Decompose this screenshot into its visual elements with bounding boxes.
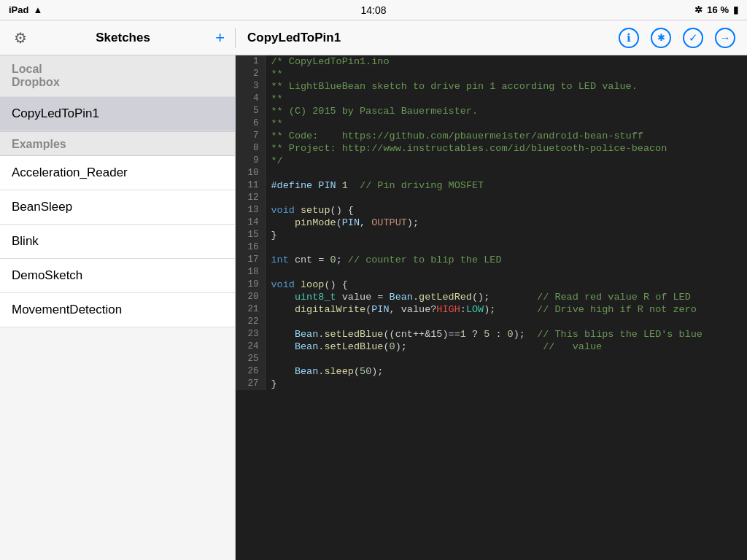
- line-number: 6: [236, 117, 265, 130]
- line-number: 19: [236, 279, 265, 291]
- code-line: 1/* CopyLedToPin1.ino: [236, 55, 747, 68]
- line-content: [265, 192, 747, 204]
- gear-button[interactable]: ⚙: [10, 28, 31, 48]
- example-name: Acceleration_Reader: [12, 166, 128, 179]
- line-content: int cnt = 0; // counter to blip the LED: [265, 254, 747, 266]
- carrier-label: iPad: [9, 4, 28, 15]
- code-line: 5** (C) 2015 by Pascal Bauermeister.: [236, 105, 747, 117]
- sketch-name: CopyLedToPin1: [12, 106, 99, 120]
- code-line: 21 digitalWrite(PIN, value?HIGH:LOW); //…: [236, 303, 747, 316]
- line-content: ** Project: http://www.instructables.com…: [265, 142, 747, 155]
- line-number: 4: [236, 93, 265, 105]
- line-content: void setup() {: [265, 204, 747, 217]
- code-line: 25: [236, 353, 747, 365]
- local-dropbox-label: LocalDropbox: [12, 63, 60, 88]
- code-line: 7** Code: https://github.com/pbauermeist…: [236, 130, 747, 142]
- line-number: 9: [236, 155, 265, 167]
- line-number: 15: [236, 229, 265, 241]
- nav-icons: ℹ ✱ ✓ →: [619, 28, 735, 48]
- status-time: 14:08: [360, 4, 386, 16]
- code-line: 16: [236, 241, 747, 254]
- line-content: Bean.setLedBlue((cnt++&15)==1 ? 5 : 0); …: [265, 328, 747, 341]
- line-number: 3: [236, 80, 265, 93]
- line-content: void loop() {: [265, 279, 747, 291]
- code-line: 15}: [236, 229, 747, 241]
- code-line: 24 Bean.setLedBlue(0); // value: [236, 341, 747, 353]
- line-content: digitalWrite(PIN, value?HIGH:LOW); // Dr…: [265, 303, 747, 316]
- sidebar-item-beansleep[interactable]: BeanSleep: [0, 190, 235, 225]
- battery-label: 16 %: [707, 4, 729, 15]
- line-content: }: [265, 229, 747, 241]
- code-line: 20 uint8_t value = Bean.getLedRed(); // …: [236, 291, 747, 303]
- line-content: **: [265, 68, 747, 80]
- code-table: 1/* CopyLedToPin1.ino2**3** LightBlueBea…: [236, 55, 747, 390]
- main-content: LocalDropbox CopyLedToPin1 Examples Acce…: [0, 55, 747, 560]
- line-number: 12: [236, 192, 265, 204]
- nav-left: ⚙ Sketches +: [0, 28, 236, 48]
- line-number: 24: [236, 341, 265, 353]
- line-content: ** (C) 2015 by Pascal Bauermeister.: [265, 105, 747, 117]
- code-line: 13void setup() {: [236, 204, 747, 217]
- check-button[interactable]: ✓: [683, 28, 703, 48]
- code-line: 11#define PIN 1 // Pin driving MOSFET: [236, 179, 747, 192]
- code-line: 8** Project: http://www.instructables.co…: [236, 142, 747, 155]
- info-button[interactable]: ℹ: [619, 28, 639, 48]
- add-sketch-button[interactable]: +: [215, 28, 225, 47]
- bluetooth-icon: ✲: [694, 4, 703, 15]
- examples-label: Examples: [12, 138, 66, 150]
- line-number: 23: [236, 328, 265, 341]
- line-number: 25: [236, 353, 265, 365]
- status-bar: iPad ▲ 14:08 ✲ 16 % ▮: [0, 0, 747, 20]
- sidebar-section-examples: Examples: [0, 131, 235, 156]
- sidebar: LocalDropbox CopyLedToPin1 Examples Acce…: [0, 55, 236, 560]
- example-name: BeanSleep: [12, 200, 72, 214]
- line-content: #define PIN 1 // Pin driving MOSFET: [265, 179, 747, 192]
- line-number: 14: [236, 217, 265, 229]
- nav-bar: ⚙ Sketches + CopyLedToPin1 ℹ ✱ ✓ →: [0, 20, 747, 55]
- line-content: [265, 353, 747, 365]
- code-line: 26 Bean.sleep(50);: [236, 365, 747, 378]
- line-content: ** LightBlueBean sketch to drive pin 1 a…: [265, 80, 747, 93]
- line-content: **: [265, 117, 747, 130]
- line-content: [265, 316, 747, 328]
- code-line: 6**: [236, 117, 747, 130]
- code-line: 19void loop() {: [236, 279, 747, 291]
- code-editor[interactable]: 1/* CopyLedToPin1.ino2**3** LightBlueBea…: [236, 55, 747, 560]
- sidebar-item-copyledtopin1[interactable]: CopyLedToPin1: [0, 97, 235, 131]
- bluetooth-button[interactable]: ✱: [651, 28, 671, 48]
- line-number: 11: [236, 179, 265, 192]
- line-content: **: [265, 93, 747, 105]
- line-number: 13: [236, 204, 265, 217]
- line-number: 17: [236, 254, 265, 266]
- sidebar-item-demosketch[interactable]: DemoSketch: [0, 259, 235, 293]
- code-line: 14 pinMode(PIN, OUTPUT);: [236, 217, 747, 229]
- battery-icon: ▮: [733, 4, 738, 15]
- line-content: */: [265, 155, 747, 167]
- example-name: Blink: [12, 234, 39, 248]
- sidebar-item-movementdetection[interactable]: MovementDetection: [0, 293, 235, 327]
- forward-button[interactable]: →: [715, 28, 735, 48]
- line-number: 27: [236, 378, 265, 390]
- code-line: 4**: [236, 93, 747, 105]
- code-line: 12: [236, 192, 747, 204]
- line-number: 5: [236, 105, 265, 117]
- line-number: 1: [236, 55, 265, 68]
- code-line: 10: [236, 167, 747, 179]
- line-number: 2: [236, 68, 265, 80]
- code-line: 9*/: [236, 155, 747, 167]
- code-line: 27}: [236, 378, 747, 390]
- line-content: [265, 167, 747, 179]
- sidebar-item-blink[interactable]: Blink: [0, 225, 235, 259]
- line-number: 20: [236, 291, 265, 303]
- line-number: 10: [236, 167, 265, 179]
- example-name: MovementDetection: [12, 303, 122, 316]
- line-content: Bean.setLedBlue(0); // value: [265, 341, 747, 353]
- status-right: ✲ 16 % ▮: [694, 4, 738, 15]
- line-number: 21: [236, 303, 265, 316]
- nav-right: CopyLedToPin1 ℹ ✱ ✓ →: [236, 28, 747, 48]
- nav-title: Sketches: [96, 31, 150, 45]
- line-content: ** Code: https://github.com/pbauermeiste…: [265, 130, 747, 142]
- code-line: 2**: [236, 68, 747, 80]
- sidebar-item-acceleration-reader[interactable]: Acceleration_Reader: [0, 156, 235, 190]
- wifi-icon: ▲: [33, 4, 42, 15]
